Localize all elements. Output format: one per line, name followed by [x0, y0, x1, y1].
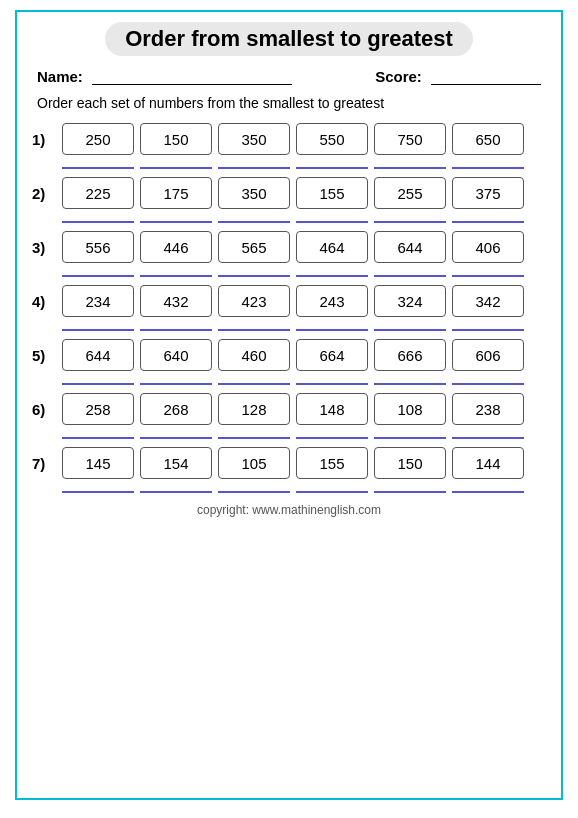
instruction-text: Order each set of numbers from the small…	[32, 95, 546, 111]
number-box-7-3: 105	[218, 447, 290, 479]
number-box-6-2: 268	[140, 393, 212, 425]
answer-line-4-1[interactable]	[62, 321, 134, 331]
answer-line-5-6[interactable]	[452, 375, 524, 385]
problem-row-4: 4)234432423243324342	[32, 285, 546, 317]
answer-line-4-4[interactable]	[296, 321, 368, 331]
number-box-6-5: 108	[374, 393, 446, 425]
answer-line-2-5[interactable]	[374, 213, 446, 223]
problem-row-2: 2)225175350155255375	[32, 177, 546, 209]
answer-line-7-2[interactable]	[140, 483, 212, 493]
answer-row-4	[62, 321, 546, 331]
number-box-2-6: 375	[452, 177, 524, 209]
answer-lines-7	[62, 483, 546, 493]
answer-line-2-6[interactable]	[452, 213, 524, 223]
answer-line-1-5[interactable]	[374, 159, 446, 169]
numbers-row-4: 234432423243324342	[62, 285, 546, 317]
numbers-row-5: 644640460664666606	[62, 339, 546, 371]
number-box-7-6: 144	[452, 447, 524, 479]
answer-line-1-2[interactable]	[140, 159, 212, 169]
problem-7: 7)145154105155150144	[32, 447, 546, 493]
answer-line-2-1[interactable]	[62, 213, 134, 223]
number-box-2-1: 225	[62, 177, 134, 209]
answer-line-3-1[interactable]	[62, 267, 134, 277]
answer-line-5-3[interactable]	[218, 375, 290, 385]
answer-line-1-4[interactable]	[296, 159, 368, 169]
number-box-4-5: 324	[374, 285, 446, 317]
answer-line-6-1[interactable]	[62, 429, 134, 439]
problem-number-1: 1)	[32, 131, 62, 148]
number-box-3-5: 644	[374, 231, 446, 263]
page-container: Order from smallest to greatest Name: Sc…	[15, 10, 563, 800]
answer-line-3-4[interactable]	[296, 267, 368, 277]
answer-line-3-5[interactable]	[374, 267, 446, 277]
problem-number-2: 2)	[32, 185, 62, 202]
number-box-4-6: 342	[452, 285, 524, 317]
number-box-3-1: 556	[62, 231, 134, 263]
answer-line-7-1[interactable]	[62, 483, 134, 493]
answer-line-7-5[interactable]	[374, 483, 446, 493]
number-box-7-4: 155	[296, 447, 368, 479]
score-line[interactable]	[431, 84, 541, 85]
answer-line-5-4[interactable]	[296, 375, 368, 385]
problem-number-6: 6)	[32, 401, 62, 418]
problem-row-1: 1)250150350550750650	[32, 123, 546, 155]
title-container: Order from smallest to greatest	[32, 22, 546, 56]
page-title: Order from smallest to greatest	[105, 22, 473, 56]
number-box-1-4: 550	[296, 123, 368, 155]
answer-line-7-3[interactable]	[218, 483, 290, 493]
answer-lines-4	[62, 321, 546, 331]
answer-line-1-3[interactable]	[218, 159, 290, 169]
number-box-5-5: 666	[374, 339, 446, 371]
number-box-4-1: 234	[62, 285, 134, 317]
number-box-4-3: 423	[218, 285, 290, 317]
answer-lines-2	[62, 213, 546, 223]
problem-row-5: 5)644640460664666606	[32, 339, 546, 371]
problem-4: 4)234432423243324342	[32, 285, 546, 331]
answer-line-7-4[interactable]	[296, 483, 368, 493]
answer-line-6-3[interactable]	[218, 429, 290, 439]
answer-line-5-5[interactable]	[374, 375, 446, 385]
answer-line-3-2[interactable]	[140, 267, 212, 277]
number-box-1-1: 250	[62, 123, 134, 155]
answer-line-2-4[interactable]	[296, 213, 368, 223]
problem-3: 3)556446565464644406	[32, 231, 546, 277]
number-box-3-4: 464	[296, 231, 368, 263]
score-label: Score:	[375, 68, 422, 85]
answer-line-4-2[interactable]	[140, 321, 212, 331]
problem-row-3: 3)556446565464644406	[32, 231, 546, 263]
answer-line-4-5[interactable]	[374, 321, 446, 331]
name-score-row: Name: Score:	[32, 68, 546, 85]
answer-line-2-3[interactable]	[218, 213, 290, 223]
numbers-row-1: 250150350550750650	[62, 123, 546, 155]
answer-line-6-6[interactable]	[452, 429, 524, 439]
problem-1: 1)250150350550750650	[32, 123, 546, 169]
answer-lines-1	[62, 159, 546, 169]
problem-2: 2)225175350155255375	[32, 177, 546, 223]
answer-line-5-1[interactable]	[62, 375, 134, 385]
answer-line-6-4[interactable]	[296, 429, 368, 439]
numbers-row-3: 556446565464644406	[62, 231, 546, 263]
answer-row-1	[62, 159, 546, 169]
answer-line-6-2[interactable]	[140, 429, 212, 439]
answer-line-6-5[interactable]	[374, 429, 446, 439]
name-line[interactable]	[92, 84, 292, 85]
answer-line-3-6[interactable]	[452, 267, 524, 277]
answer-row-7	[62, 483, 546, 493]
answer-line-1-1[interactable]	[62, 159, 134, 169]
answer-line-3-3[interactable]	[218, 267, 290, 277]
answer-line-4-6[interactable]	[452, 321, 524, 331]
answer-line-2-2[interactable]	[140, 213, 212, 223]
number-box-1-6: 650	[452, 123, 524, 155]
answer-row-5	[62, 375, 546, 385]
answer-line-5-2[interactable]	[140, 375, 212, 385]
number-box-1-5: 750	[374, 123, 446, 155]
copyright: copyright: www.mathinenglish.com	[32, 503, 546, 517]
numbers-row-2: 225175350155255375	[62, 177, 546, 209]
answer-line-1-6[interactable]	[452, 159, 524, 169]
problem-number-7: 7)	[32, 455, 62, 472]
answer-lines-5	[62, 375, 546, 385]
answer-line-4-3[interactable]	[218, 321, 290, 331]
numbers-row-7: 145154105155150144	[62, 447, 546, 479]
number-box-4-4: 243	[296, 285, 368, 317]
answer-line-7-6[interactable]	[452, 483, 524, 493]
